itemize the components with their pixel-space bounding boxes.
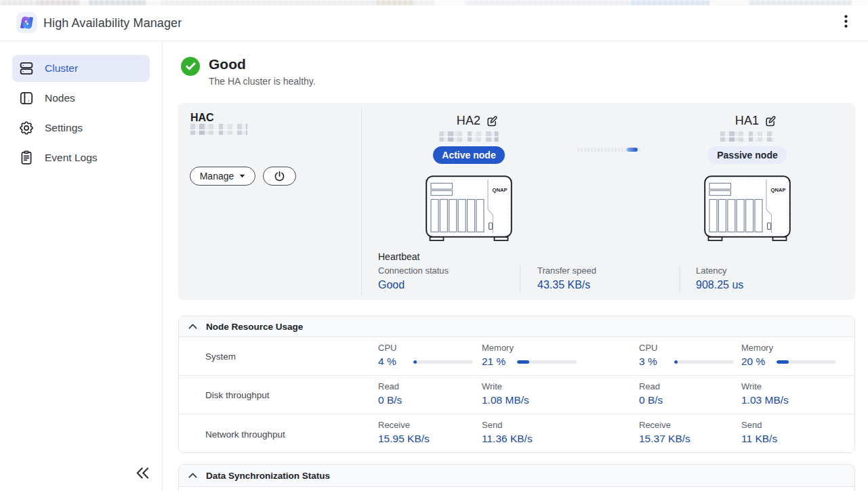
sidebar-item-nodes[interactable]: Nodes: [12, 85, 150, 112]
resource-cell: Read 0 B/s: [639, 381, 663, 406]
stat-value: 43.35 KB/s: [537, 279, 596, 291]
node-serial-redacted: [720, 131, 774, 142]
blur-segment: [89, 0, 146, 5]
check-circle-icon: [181, 57, 200, 76]
section-header[interactable]: Node Resource Usage: [179, 316, 854, 337]
blur-segment: [749, 0, 852, 5]
cell-value: 3 %: [639, 356, 674, 368]
cell-value: 4 %: [378, 356, 413, 368]
cell-label: Send: [741, 420, 777, 430]
cell-label: Read: [639, 381, 663, 391]
caret-down-icon: [239, 174, 245, 178]
usage-bar: [413, 360, 473, 364]
power-button[interactable]: [263, 167, 296, 186]
collapse-section-button[interactable]: [188, 471, 197, 480]
row-label: System: [205, 351, 236, 362]
cluster-id-redacted: [190, 124, 247, 135]
usage-bar-fill: [777, 360, 789, 364]
node-role-badge: Active node: [433, 146, 505, 164]
cluster-name: HAC: [190, 112, 214, 124]
row-label: Network throughput: [205, 429, 285, 439]
section-header[interactable]: Data Synchronization Status: [179, 465, 854, 487]
data-transfer-indicator: [576, 148, 641, 152]
blur-segment: [709, 0, 749, 5]
cluster-actions: Manage: [190, 167, 296, 186]
sidebar: Cluster Nodes: [0, 42, 163, 491]
resource-cell: CPU 4 %: [378, 343, 473, 368]
nodes-icon: [18, 90, 35, 106]
main-content: Good The HA cluster is healthy. HAC Mana…: [163, 42, 868, 491]
resource-row-system: System CPU 4 % Memory 21 % CPU: [179, 337, 854, 376]
blur-segment: [79, 0, 89, 5]
cell-value: 0 B/s: [639, 394, 663, 406]
cell-value: 0 B/s: [378, 394, 402, 406]
collapse-section-button[interactable]: [188, 322, 197, 331]
double-chevron-left-icon: [136, 467, 149, 479]
cell-label: Read: [378, 381, 402, 391]
cell-value: 15.37 KB/s: [639, 433, 690, 445]
data-transfer-dot: [627, 148, 638, 152]
section-title: Node Resource Usage: [206, 322, 303, 332]
resource-cell: Receive 15.95 KB/s: [378, 420, 430, 445]
chevron-up-icon: [188, 324, 197, 329]
blur-segment: [376, 0, 414, 5]
cell-label: Memory: [482, 343, 577, 353]
edit-icon: [764, 116, 775, 127]
app-header: High Availability Manager: [0, 5, 868, 41]
cell-label: Receive: [378, 420, 430, 430]
cell-value: 11 KB/s: [741, 433, 777, 445]
cell-value: 11.36 KB/s: [482, 433, 533, 445]
stat-value: 908.25 us: [696, 279, 743, 291]
edit-node-name-button[interactable]: [486, 116, 497, 127]
heartbeat-stat: Latency 908.25 us: [696, 265, 743, 291]
cell-label: CPU: [378, 343, 473, 353]
resource-cell: Memory 20 %: [741, 343, 836, 368]
node-role-badge: Passive node: [708, 146, 787, 164]
nas-device-image: [426, 175, 512, 241]
resource-row-disk: Disk throughput Read 0 B/s Write 1.08 MB…: [179, 376, 854, 414]
stat-label: Connection status: [378, 265, 449, 276]
usage-bar: [674, 360, 734, 364]
app-title: High Availability Manager: [43, 16, 182, 30]
resource-cell: Read 0 B/s: [378, 381, 402, 406]
node-serial-redacted: [440, 131, 499, 142]
cell-label: CPU: [639, 343, 734, 353]
cell-label: Write: [482, 381, 529, 391]
stat-value: Good: [378, 279, 449, 291]
sidebar-collapse-button[interactable]: [134, 465, 150, 480]
blur-segment: [434, 0, 466, 5]
resource-cell: Write 1.08 MB/s: [482, 381, 529, 406]
usage-bar-fill: [413, 360, 417, 364]
cell-value: 20 %: [741, 356, 777, 368]
node-resource-usage-section: Node Resource Usage System CPU 4 % Memor…: [178, 316, 855, 453]
cell-value: 15.95 KB/s: [378, 433, 430, 445]
blur-segment: [414, 0, 434, 5]
resource-cell: Memory 21 %: [482, 343, 577, 368]
resource-cell: Receive 15.37 KB/s: [639, 420, 690, 445]
app-window: High Availability Manager: [0, 0, 868, 491]
sidebar-item-settings[interactable]: Settings: [12, 114, 150, 142]
edit-node-name-button[interactable]: [764, 116, 775, 127]
resource-cell: Send 11 KB/s: [741, 420, 777, 445]
blur-segment: [466, 0, 631, 5]
stats-divider: [520, 265, 520, 293]
status-title: Good: [209, 56, 246, 72]
usage-bar-fill: [517, 360, 529, 364]
heartbeat-title: Heartbeat: [378, 251, 419, 262]
node-name: HA2: [457, 114, 481, 128]
cluster-card: HAC Manage: [178, 103, 855, 300]
blur-segment: [852, 0, 868, 5]
app-logo-icon: [16, 12, 37, 33]
manage-button-label: Manage: [200, 171, 234, 182]
usage-bar: [517, 360, 577, 364]
event-logs-icon: [18, 150, 35, 166]
resource-cell: Send 11.36 KB/s: [482, 420, 533, 445]
sidebar-item-cluster[interactable]: Cluster: [12, 55, 150, 82]
data-sync-section: Data Synchronization Status: [178, 464, 855, 491]
manage-button[interactable]: Manage: [190, 167, 255, 186]
cell-value: 1.08 MB/s: [482, 394, 529, 406]
heartbeat-stat: Connection status Good: [378, 265, 449, 291]
sidebar-item-event-logs[interactable]: Event Logs: [12, 144, 150, 171]
resource-row-network: Network throughput Receive 15.95 KB/s Se…: [179, 414, 854, 453]
kebab-menu-button[interactable]: [835, 11, 856, 31]
